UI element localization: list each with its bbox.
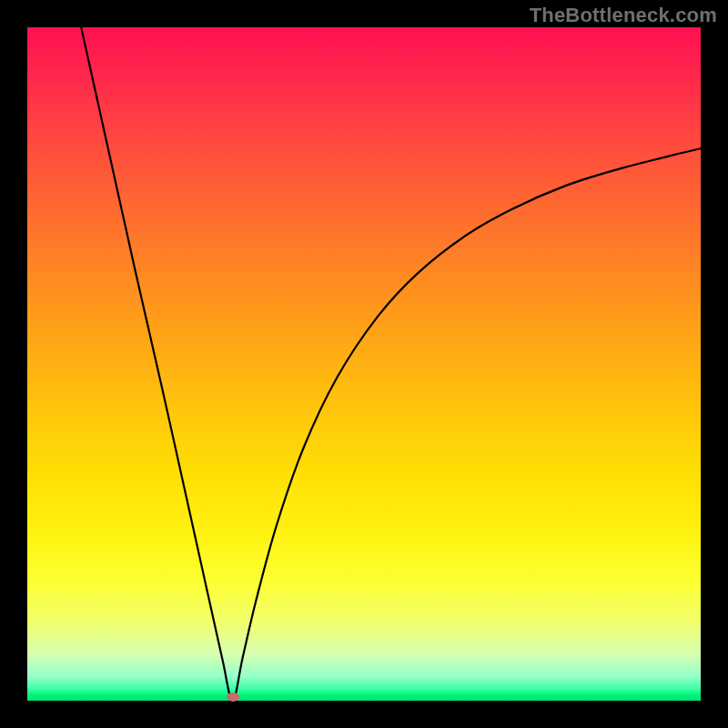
chart-frame: TheBottleneck.com: [0, 0, 728, 728]
bottleneck-curve: [27, 27, 701, 701]
plot-area: [27, 27, 701, 701]
optimum-marker: [227, 693, 239, 702]
attribution-text: TheBottleneck.com: [530, 4, 717, 27]
